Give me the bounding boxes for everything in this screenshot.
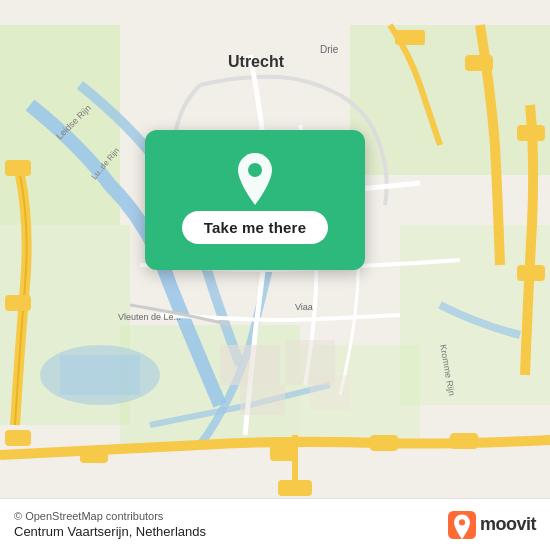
svg-rect-20 (278, 480, 312, 496)
svg-rect-19 (395, 30, 425, 45)
bottom-bar: © OpenStreetMap contributors Centrum Vaa… (0, 498, 550, 550)
location-pin-icon (233, 157, 277, 201)
svg-rect-18 (517, 265, 545, 281)
moovit-logo: moovit (448, 511, 536, 539)
svg-rect-10 (5, 295, 31, 311)
svg-text:Vleuten de Le...: Vleuten de Le... (118, 312, 181, 322)
svg-rect-11 (5, 430, 31, 446)
svg-rect-16 (465, 55, 493, 71)
map-container: Utrecht Leidse Rijn Lu..de Rijn Kromme R… (0, 0, 550, 550)
location-label: Centrum Vaartserijn, Netherlands (14, 524, 206, 539)
svg-rect-14 (370, 435, 398, 451)
svg-rect-17 (517, 125, 545, 141)
svg-text:Utrecht: Utrecht (228, 53, 285, 70)
svg-rect-15 (450, 433, 478, 449)
svg-rect-30 (240, 385, 285, 415)
moovit-brand-text: moovit (480, 514, 536, 535)
svg-rect-31 (310, 375, 350, 410)
svg-text:Drie: Drie (320, 44, 339, 55)
svg-rect-8 (60, 355, 140, 395)
svg-text:Viaa: Viaa (295, 302, 313, 312)
svg-rect-28 (220, 345, 280, 385)
map-attribution: © OpenStreetMap contributors (14, 510, 206, 522)
svg-rect-9 (5, 160, 31, 176)
svg-point-35 (248, 163, 262, 177)
svg-point-37 (459, 519, 465, 525)
svg-rect-12 (80, 447, 108, 463)
action-card: Take me there (145, 130, 365, 270)
map-background: Utrecht Leidse Rijn Lu..de Rijn Kromme R… (0, 0, 550, 550)
svg-rect-3 (350, 25, 550, 175)
take-me-there-button[interactable]: Take me there (182, 211, 328, 244)
